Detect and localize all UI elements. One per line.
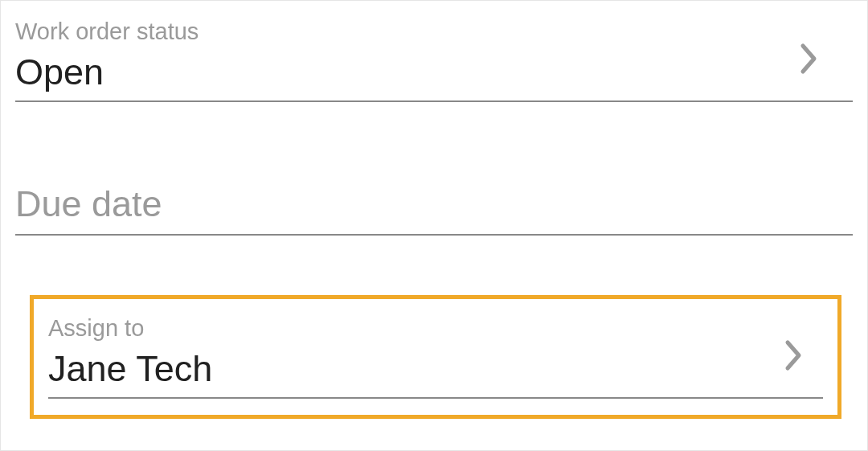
assign-to-field-value: Jane Tech	[48, 347, 823, 391]
assign-to-field-label: Assign to	[48, 314, 823, 344]
due-date-field[interactable]: Due date	[1, 173, 867, 236]
assign-to-field[interactable]: Assign to Jane Tech	[48, 314, 823, 399]
assign-to-highlight: Assign to Jane Tech	[30, 295, 841, 419]
status-field[interactable]: Work order status Open	[1, 7, 867, 102]
status-field-label: Work order status	[15, 17, 853, 47]
status-field-value: Open	[15, 51, 853, 94]
form-container: Work order status Open Due date Assign t…	[0, 0, 868, 451]
chevron-right-icon	[784, 339, 804, 371]
chevron-right-icon	[800, 43, 819, 75]
due-date-placeholder: Due date	[15, 182, 853, 228]
